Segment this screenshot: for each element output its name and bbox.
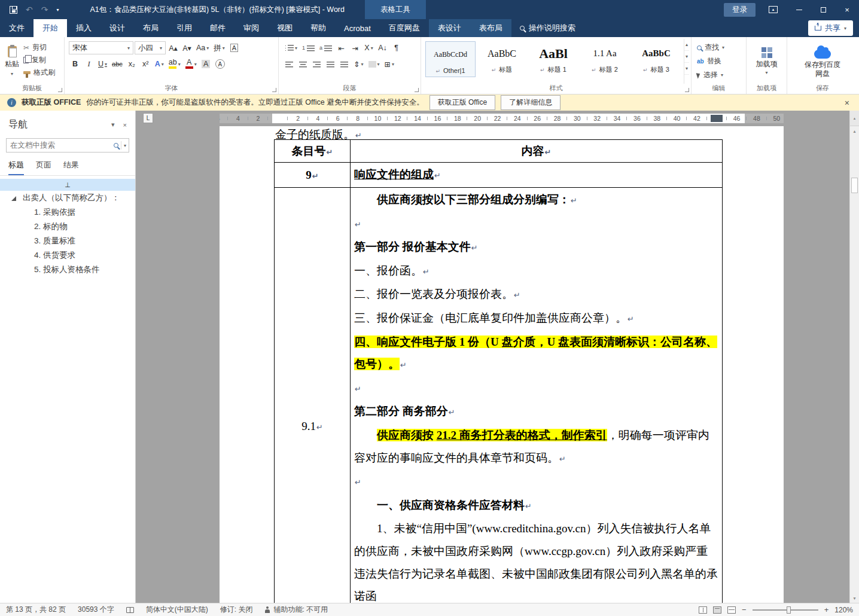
zoom-out-icon[interactable]: −: [742, 605, 747, 614]
tab-设计[interactable]: 设计: [100, 19, 134, 37]
nav-item[interactable]: 3. 质量标准: [0, 234, 135, 248]
scroll-up-icon[interactable]: ▴: [850, 126, 859, 136]
text-effects-button[interactable]: A▾: [153, 57, 166, 71]
tab-邮件[interactable]: 邮件: [201, 19, 234, 37]
zoom-in-icon[interactable]: +: [824, 605, 829, 614]
font-color-button[interactable]: A▾: [184, 57, 199, 71]
tab-stop-selector[interactable]: L: [143, 113, 153, 123]
tab-表布局[interactable]: 表布局: [470, 19, 511, 37]
tab-审阅[interactable]: 审阅: [234, 19, 268, 37]
copy-button[interactable]: 复制: [22, 55, 56, 65]
tell-me-box[interactable]: 操作说明搜索: [511, 19, 584, 37]
nav-tab-标题[interactable]: 标题: [8, 160, 24, 175]
row91-content-cell[interactable]: 供应商须按以下三部分组成分别编写：↵↵第一部分 报价基本文件↵一、报价函。↵二、…: [351, 188, 723, 603]
subscript-button[interactable]: x₂: [126, 57, 138, 71]
font-size-combo[interactable]: 小四▾: [135, 41, 166, 54]
font-family-combo[interactable]: 宋体▾: [69, 41, 133, 54]
tab-引用[interactable]: 引用: [167, 19, 201, 37]
item-no-cell-9-1[interactable]: 9.1↵: [275, 188, 351, 603]
paste-button[interactable]: 粘贴 ▾: [2, 39, 22, 84]
replace-button[interactable]: ab替换: [697, 56, 724, 66]
tab-帮助[interactable]: 帮助: [301, 19, 335, 37]
decrease-indent-button[interactable]: ⇤: [335, 41, 348, 54]
minimize-button[interactable]: [787, 0, 811, 19]
style-card-标题[interactable]: AaBbC↵ 标题: [477, 41, 527, 77]
zoom-slider-thumb[interactable]: [787, 606, 791, 614]
maximize-button[interactable]: [811, 0, 835, 19]
nav-tab-结果[interactable]: 结果: [63, 160, 79, 175]
redo-icon[interactable]: ↷: [41, 5, 48, 14]
expander-icon[interactable]: [11, 196, 16, 201]
nav-close-icon[interactable]: ×: [123, 121, 127, 129]
get-genuine-office-button[interactable]: 获取正版 Office: [430, 95, 495, 110]
ruler-toggle-button[interactable]: ▴: [850, 111, 859, 126]
asian-layout-button[interactable]: X▾: [363, 41, 375, 54]
align-right-button[interactable]: [310, 57, 323, 71]
style-card-Other|1[interactable]: AaBbCcDd↵ Other|1: [425, 41, 476, 77]
ribbon-display-options-icon[interactable]: ▴: [769, 6, 778, 13]
share-button[interactable]: 共享 ▾: [808, 20, 853, 36]
change-case-button[interactable]: Aa▾: [194, 41, 211, 54]
tab-文件[interactable]: 文件: [0, 19, 33, 37]
nav-selected-item[interactable]: ⊥: [0, 179, 135, 191]
distribute-button[interactable]: [338, 57, 351, 71]
align-left-button[interactable]: [283, 57, 296, 71]
tab-Acrobat[interactable]: Acrobat: [335, 19, 380, 37]
header-cell-content[interactable]: 内容↵: [351, 140, 723, 163]
increase-indent-button[interactable]: ⇥: [349, 41, 361, 54]
warning-close-icon[interactable]: ×: [842, 98, 852, 108]
search-icon[interactable]: [114, 143, 118, 148]
page-indicator[interactable]: 第 13 页，共 82 页: [6, 605, 66, 615]
gallery-more-icon[interactable]: ▾: [684, 63, 689, 75]
row9-content-cell[interactable]: 响应文件的组成↵: [351, 163, 723, 188]
text-highlight-button[interactable]: ab▾: [167, 57, 182, 71]
sign-in-button[interactable]: 登录: [724, 3, 756, 17]
vertical-scrollbar[interactable]: ▴ ▴ ▾: [849, 111, 859, 603]
tab-布局[interactable]: 布局: [134, 19, 167, 37]
save-to-baidu-button[interactable]: 保存到百度网盘: [801, 39, 844, 84]
learn-more-button[interactable]: 了解详细信息: [501, 95, 561, 110]
justify-button[interactable]: [324, 57, 337, 71]
numbering-button[interactable]: 1: [300, 41, 316, 54]
shading-button[interactable]: ▾: [367, 57, 382, 71]
italic-button[interactable]: I: [83, 57, 95, 71]
header-cell-item-no[interactable]: 条目号↵: [275, 140, 351, 163]
scroll-down-icon[interactable]: ▾: [850, 593, 859, 603]
strikethrough-button[interactable]: abc: [110, 57, 124, 71]
select-button[interactable]: 选择▾: [697, 70, 724, 80]
tab-开始[interactable]: 开始: [33, 19, 67, 37]
format-painter-button[interactable]: 格式刷: [22, 68, 56, 78]
bold-button[interactable]: B: [69, 57, 81, 71]
style-card-标题 1[interactable]: AaBl↵ 标题 1: [528, 41, 578, 77]
nav-item[interactable]: 2. 标的物: [0, 219, 135, 234]
phonetic-guide-button[interactable]: 拼▾: [212, 41, 227, 54]
document-table[interactable]: 条目号↵ 内容↵ 9↵ 响应文件的组成↵ 9.1↵ 供应商须按以下三部分组成分别…: [274, 139, 723, 603]
item-no-cell-9[interactable]: 9↵: [275, 163, 351, 188]
cut-button[interactable]: ✂剪切: [22, 42, 56, 53]
nav-item[interactable]: 4. 供货要求: [0, 248, 135, 263]
superscript-button[interactable]: x²: [139, 57, 152, 71]
align-center-button[interactable]: [297, 57, 309, 71]
addins-button[interactable]: 加载项 ▾: [752, 39, 782, 84]
nav-item[interactable]: 1. 采购依据: [0, 205, 135, 219]
shrink-font-button[interactable]: A▾: [181, 41, 193, 54]
tab-百度网盘[interactable]: 百度网盘: [380, 19, 429, 37]
read-mode-icon[interactable]: [699, 606, 707, 614]
zoom-level[interactable]: 120%: [834, 606, 853, 614]
tab-插入[interactable]: 插入: [67, 19, 100, 37]
proofing-icon[interactable]: [126, 607, 134, 613]
scrollbar-thumb[interactable]: [851, 178, 858, 193]
search-input[interactable]: [7, 141, 114, 150]
qat-customize-icon[interactable]: ▾: [56, 7, 59, 13]
language-indicator[interactable]: 简体中文(中国大陆): [146, 605, 208, 615]
close-button[interactable]: ×: [835, 0, 859, 19]
nav-tab-页面[interactable]: 页面: [36, 160, 51, 175]
zoom-slider[interactable]: [753, 609, 818, 611]
character-border-button[interactable]: A: [228, 41, 240, 54]
horizontal-ruler[interactable]: 6422468101214161820222426283032343638404…: [220, 114, 784, 123]
style-card-标题 2[interactable]: 1.1 Aa↵ 标题 2: [580, 41, 630, 77]
nav-item[interactable]: 5. 投标人资格条件: [0, 263, 135, 277]
search-dropdown-icon[interactable]: ▾: [124, 143, 126, 148]
grow-font-button[interactable]: A▴: [167, 41, 179, 54]
print-layout-icon[interactable]: [713, 606, 721, 614]
